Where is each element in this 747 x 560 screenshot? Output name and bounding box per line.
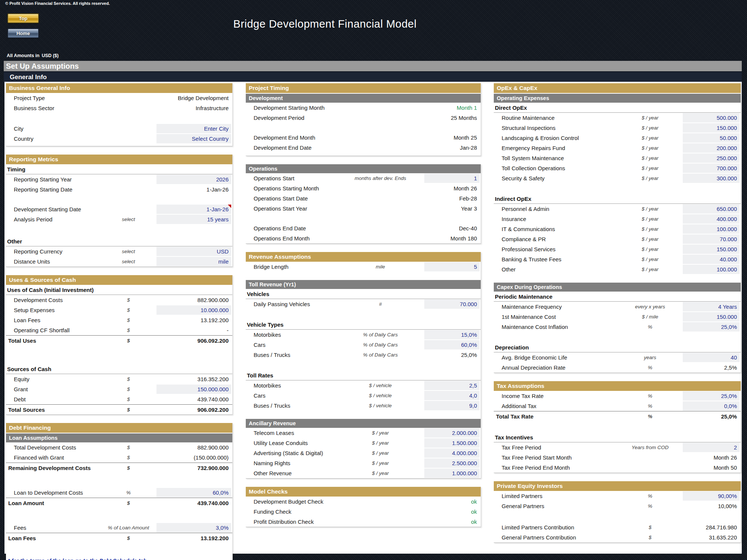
section-opex-capex: OpEx & CapExOperating ExpensesDirect OpE… <box>494 83 741 373</box>
input-cell[interactable]: 500.000 <box>683 113 740 122</box>
input-cell[interactable]: 60,0% <box>424 340 480 349</box>
table-row: Maintenance Cost Inflation%25,0% <box>494 322 741 332</box>
input-cell[interactable]: 2.500.000 <box>424 458 480 468</box>
row-label-development-end-date: Development End Date <box>247 144 337 151</box>
row-unit: $ <box>617 525 683 530</box>
input-cell[interactable]: 2 <box>683 443 740 452</box>
row-label-additional-tax: Additional Tax <box>495 403 617 409</box>
row-unit: $ / year <box>617 165 683 171</box>
input-cell[interactable]: mile <box>156 257 231 266</box>
input-cell[interactable]: 100.000 <box>683 224 740 234</box>
row-unit: $ <box>100 327 156 333</box>
section-header-business-general-info: Business General Info <box>6 83 232 93</box>
input-cell[interactable]: 150.000.000 <box>156 385 231 394</box>
input-cell[interactable]: 2.000.000 <box>424 428 480 438</box>
table-row: Personnel & Admin$ / year650.000 <box>494 204 741 214</box>
input-cell[interactable]: 60,0% <box>156 488 231 497</box>
input-cell[interactable]: 40 <box>683 353 740 362</box>
table-row: Utility Lease Conduits$ / year1.500.000 <box>246 438 481 448</box>
spacer <box>494 421 741 432</box>
value-cell: Month 50 <box>683 463 740 472</box>
input-cell[interactable]: 1 <box>424 174 480 183</box>
input-cell[interactable]: 150.000 <box>683 123 740 133</box>
row-label-reporting-starting-year: Reporting Starting Year <box>7 176 100 183</box>
group-label-depreciation: Depreciation <box>494 343 741 352</box>
input-cell[interactable]: 40.000 <box>683 255 740 264</box>
table-row: Cars$ / vehicle4,0 <box>246 391 481 401</box>
input-cell[interactable]: 5 <box>424 262 480 271</box>
spacer <box>494 183 741 194</box>
input-cell[interactable]: 25,0% <box>683 322 740 332</box>
row-unit: % <box>100 490 156 495</box>
input-cell[interactable]: 10.000.000 <box>156 305 231 315</box>
input-cell[interactable]: 300.000 <box>683 174 740 183</box>
table-row: Fees% of Loan Amount3,0% <box>6 523 232 533</box>
spacer <box>246 411 481 418</box>
row-unit: % <box>617 324 683 330</box>
input-cell[interactable]: 15,0% <box>424 330 480 339</box>
input-cell[interactable]: 2,5 <box>424 381 480 390</box>
row-label-development-period: Development Period <box>247 115 337 121</box>
table-row: Development End MonthMonth 25 <box>246 133 481 143</box>
value-cell: ok <box>424 517 480 526</box>
input-cell[interactable]: 100.000 <box>683 265 740 274</box>
input-cell[interactable]: 250.000 <box>683 153 740 163</box>
row-unit: $ <box>100 376 156 382</box>
input-cell[interactable]: 4 Years <box>683 302 740 311</box>
input-cell[interactable]: 0,0% <box>683 401 740 411</box>
row-label-cars: Cars <box>247 342 337 348</box>
row-label-routine-maintenance: Routine Maintenance <box>495 115 617 121</box>
value-cell: 13.192.200 <box>156 315 231 325</box>
row-label-banking-trustee-fees: Banking & Trustee Fees <box>495 256 617 262</box>
row-unit: % <box>617 493 683 499</box>
subsection-header-operating-expenses: Operating Expenses <box>494 94 741 103</box>
table-row: Reporting Starting Year2026 <box>6 174 232 184</box>
input-cell[interactable]: 3,0% <box>156 523 231 532</box>
table-row: Other$ / year100.000 <box>494 264 741 274</box>
row-label-development-budget-check: Development Budget Check <box>247 498 337 505</box>
input-cell[interactable]: 70.000 <box>683 234 740 244</box>
input-cell[interactable]: 90,00% <box>683 491 740 501</box>
value-cell: Month 25 <box>424 133 480 142</box>
amounts-currency: USD ($) <box>42 53 59 58</box>
row-unit: $ <box>100 465 156 471</box>
input-cell[interactable]: 200.000 <box>683 143 740 153</box>
input-cell[interactable]: 1-Jan-26 <box>156 205 231 214</box>
input-cell[interactable]: 1.000.000 <box>424 469 480 478</box>
input-cell[interactable]: 15 years <box>156 215 231 224</box>
input-cell[interactable]: 4,0 <box>424 391 480 400</box>
input-cell[interactable]: Enter City <box>156 124 231 133</box>
input-cell[interactable]: 9,0 <box>424 401 480 410</box>
input-cell[interactable]: 50.000 <box>683 133 740 143</box>
input-cell[interactable]: 150.000 <box>683 245 740 254</box>
row-label-general-partners-contribution: General Partners Contribution <box>495 534 617 541</box>
value-cell: 31.635.220 <box>683 533 740 542</box>
value-cell: Month 180 <box>424 234 480 243</box>
section-header-uses-sources-of-cash: Uses & Sources of Cash <box>6 275 232 285</box>
row-label-profit-distribution-check: Profit Distribution Check <box>247 519 337 525</box>
input-cell[interactable]: Select Country <box>156 134 231 143</box>
value-cell: Infrastructure <box>156 103 231 113</box>
input-cell[interactable]: USD <box>156 247 231 256</box>
spacer <box>6 113 232 124</box>
input-cell[interactable]: 4.000.000 <box>424 448 480 458</box>
input-cell[interactable]: 2026 <box>156 175 231 184</box>
row-label-limited-partners-contribution: Limited Partners Contribution <box>495 524 617 531</box>
table-row: Equity$316.352.200 <box>6 374 232 384</box>
row-label-reporting-starting-date: Reporting Starting Date <box>7 186 100 193</box>
row-unit: select <box>100 217 156 222</box>
input-cell[interactable]: 150.000 <box>683 312 740 321</box>
input-cell[interactable]: 70.000 <box>424 299 480 309</box>
input-cell[interactable]: 700.000 <box>683 164 740 173</box>
row-label-operations-start-year: Operations Start Year <box>247 205 337 212</box>
input-cell[interactable]: 400.000 <box>683 214 740 224</box>
subsection-header-ancillary-revenue: Ancillary Revenue <box>246 419 481 428</box>
section-uses-sources-of-cash: Uses & Sources of CashUses of Cash (Init… <box>6 275 233 415</box>
input-cell[interactable]: 1.500.000 <box>424 438 480 448</box>
input-cell[interactable]: 650.000 <box>683 204 740 214</box>
row-unit: $ / year <box>617 125 683 131</box>
spacer <box>6 224 232 236</box>
row-unit: $ / year <box>617 135 683 141</box>
subsection-header-capex-during-operations: Capex During Operations <box>494 283 741 292</box>
input-cell[interactable]: 25,0% <box>683 391 740 401</box>
